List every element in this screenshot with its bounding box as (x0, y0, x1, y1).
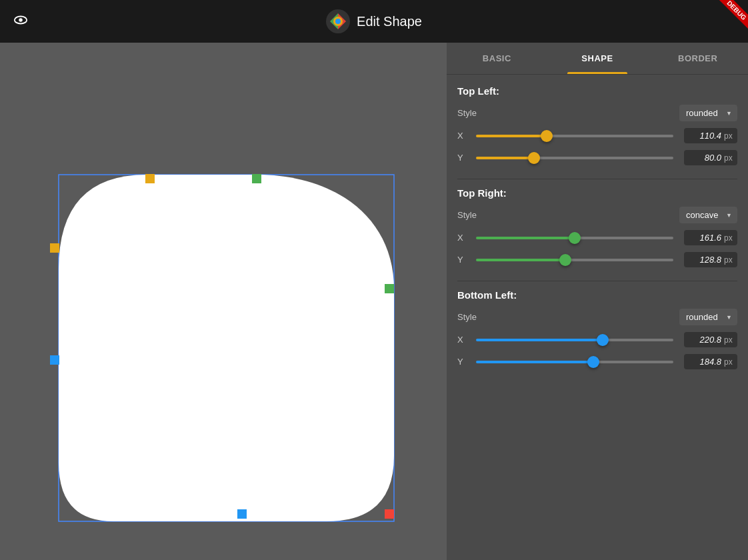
panel-content: Top Left: Style rounded concave straight… (447, 75, 748, 560)
top-right-y-slider-container (476, 253, 673, 267)
bottom-left-x-input[interactable] (688, 335, 721, 345)
top-left-x-input[interactable] (688, 131, 721, 141)
section-bottom-left: Bottom Left: Style rounded concave strai… (457, 289, 737, 369)
top-left-style-select-wrapper[interactable]: rounded concave straight cut (679, 105, 737, 121)
top-right-y-label: Y (457, 255, 471, 265)
header: Edit Shape DEBUG (0, 0, 748, 43)
top-right-style-row: Style rounded concave straight cut (457, 207, 737, 223)
app-logo (326, 9, 350, 33)
top-right-x-slider-container (476, 231, 673, 245)
tab-shape[interactable]: SHAPE (547, 43, 648, 74)
svg-point-1 (19, 18, 23, 22)
bottom-left-style-label: Style (457, 312, 679, 322)
top-left-x-label: X (457, 131, 471, 141)
svg-point-4 (335, 19, 341, 24)
top-left-y-unit: px (724, 153, 733, 163)
tab-bar: BASIC SHAPE BORDER (447, 43, 748, 75)
handle-bottom-left-blue[interactable] (237, 509, 247, 519)
handle-right-green[interactable] (385, 284, 394, 293)
top-right-x-row: X px (457, 230, 737, 245)
top-left-x-value-wrapper: px (684, 128, 737, 143)
divider-2 (457, 281, 737, 281)
section-top-right-title: Top Right: (457, 187, 737, 199)
bottom-left-x-label: X (457, 335, 471, 345)
handle-top-left-yellow[interactable] (145, 174, 155, 183)
handle-left-yellow[interactable] (50, 243, 59, 253)
top-left-style-label: Style (457, 108, 679, 118)
bottom-left-y-row: Y px (457, 354, 737, 369)
top-right-x-unit: px (724, 233, 733, 243)
top-left-y-label: Y (457, 153, 471, 163)
top-right-y-slider[interactable] (476, 259, 673, 261)
section-bottom-left-title: Bottom Left: (457, 289, 737, 301)
tab-border[interactable]: BORDER (647, 43, 748, 74)
top-right-y-unit: px (724, 255, 733, 265)
shape-canvas-svg (0, 43, 447, 560)
top-left-style-select[interactable]: rounded concave straight cut (679, 105, 737, 121)
top-right-y-row: Y px (457, 252, 737, 267)
bottom-left-style-select[interactable]: rounded concave straight cut (679, 309, 737, 325)
top-left-y-input[interactable] (688, 153, 721, 163)
bottom-left-y-slider[interactable] (476, 361, 673, 363)
top-right-y-value-wrapper: px (684, 252, 737, 267)
tab-basic[interactable]: BASIC (447, 43, 547, 74)
canvas-area (0, 43, 447, 560)
app-title: Edit Shape (326, 9, 422, 33)
bottom-left-style-row: Style rounded concave straight cut (457, 309, 737, 325)
top-left-y-slider-container (476, 151, 673, 165)
eye-icon[interactable] (13, 13, 28, 31)
handle-top-right-green[interactable] (252, 174, 261, 183)
section-top-right: Top Right: Style rounded concave straigh… (457, 187, 737, 267)
bottom-left-y-input[interactable] (688, 357, 721, 367)
top-right-x-value-wrapper: px (684, 230, 737, 245)
bottom-left-y-value-wrapper: px (684, 354, 737, 369)
bottom-left-x-unit: px (724, 335, 733, 345)
bottom-left-x-value-wrapper: px (684, 332, 737, 347)
right-panel: BASIC SHAPE BORDER Top Left: Style round… (447, 43, 748, 560)
bottom-left-y-label: Y (457, 357, 471, 367)
top-left-y-slider[interactable] (476, 157, 673, 159)
bottom-left-x-slider-container (476, 333, 673, 347)
top-left-x-unit: px (724, 131, 733, 141)
top-right-x-slider[interactable] (476, 237, 673, 239)
top-right-style-select[interactable]: rounded concave straight cut (679, 207, 737, 223)
top-right-style-label: Style (457, 210, 679, 220)
top-right-style-select-wrapper[interactable]: rounded concave straight cut (679, 207, 737, 223)
section-top-left: Top Left: Style rounded concave straight… (457, 85, 737, 165)
main-layout: BASIC SHAPE BORDER Top Left: Style round… (0, 43, 748, 560)
top-left-x-slider-container (476, 129, 673, 143)
top-left-y-row: Y px (457, 150, 737, 165)
bottom-left-y-slider-container (476, 355, 673, 369)
top-left-x-slider[interactable] (476, 135, 673, 137)
handle-bottom-right-red[interactable] (385, 509, 394, 519)
section-top-left-title: Top Left: (457, 85, 737, 97)
top-right-y-input[interactable] (688, 255, 721, 265)
bottom-left-y-unit: px (724, 357, 733, 367)
bottom-left-x-row: X px (457, 332, 737, 347)
top-left-y-value-wrapper: px (684, 150, 737, 165)
handle-left-blue[interactable] (50, 355, 59, 365)
top-right-x-input[interactable] (688, 233, 721, 243)
divider-1 (457, 179, 737, 179)
top-left-x-row: X px (457, 128, 737, 143)
bottom-left-style-select-wrapper[interactable]: rounded concave straight cut (679, 309, 737, 325)
top-left-style-row: Style rounded concave straight cut (457, 105, 737, 121)
top-right-x-label: X (457, 233, 471, 243)
debug-badge: DEBUG (708, 0, 748, 40)
bottom-left-x-slider[interactable] (476, 339, 673, 341)
